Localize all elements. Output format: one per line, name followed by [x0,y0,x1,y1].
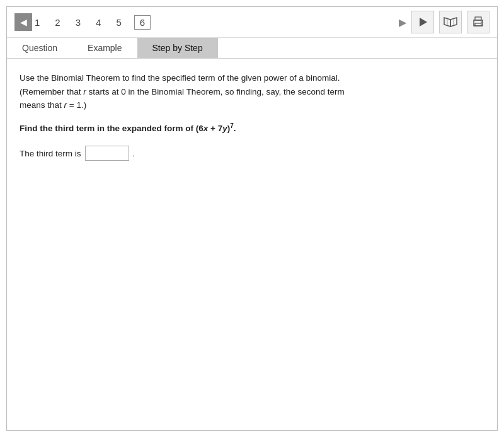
play-button[interactable] [411,11,434,33]
answer-label: The third term is [20,149,81,158]
top-nav-bar: ◀ 1 2 3 4 5 6 ▶ [7,7,497,38]
page-numbers: 1 2 3 4 5 6 [32,15,394,30]
page-1[interactable]: 1 [32,16,42,29]
instructions: Use the Binomial Theorem to find the spe… [20,71,484,112]
answer-row: The third term is . [20,146,484,161]
instruction-line3: means that r = 1.) [20,100,86,110]
nav-prev-button[interactable]: ◀ [14,13,32,31]
svg-rect-3 [475,23,481,26]
answer-period: . [133,149,135,158]
tab-bar: Question Example Step by Step [7,38,497,59]
tab-example[interactable]: Example [72,38,137,58]
main-content: Use the Binomial Theorem to find the spe… [7,59,497,173]
book-button[interactable] [439,11,462,33]
page-4[interactable]: 4 [93,16,103,29]
instruction-line2: (Remember that r starts at 0 in the Bino… [20,87,345,96]
print-button[interactable] [467,11,490,33]
problem-text: Find the third term in the expanded form… [20,124,236,133]
nav-left: ◀ 1 2 3 4 5 6 ▶ [14,13,411,31]
tab-question[interactable]: Question [7,38,72,58]
page-2[interactable]: 2 [52,16,62,29]
svg-marker-0 [420,18,427,26]
play-icon [417,16,428,28]
problem-statement: Find the third term in the expanded form… [20,122,484,134]
print-icon [472,16,484,28]
toolbar-icons [411,11,490,33]
svg-point-4 [481,21,482,23]
instruction-line1: Use the Binomial Theorem to find the spe… [20,73,340,83]
nav-next-button[interactable]: ▶ [394,13,411,31]
page-5[interactable]: 5 [113,16,123,29]
page-3[interactable]: 3 [73,16,83,29]
page-6[interactable]: 6 [134,15,151,30]
book-icon [444,16,457,28]
tab-step-by-step[interactable]: Step by Step [137,38,218,58]
answer-input[interactable] [85,146,129,161]
